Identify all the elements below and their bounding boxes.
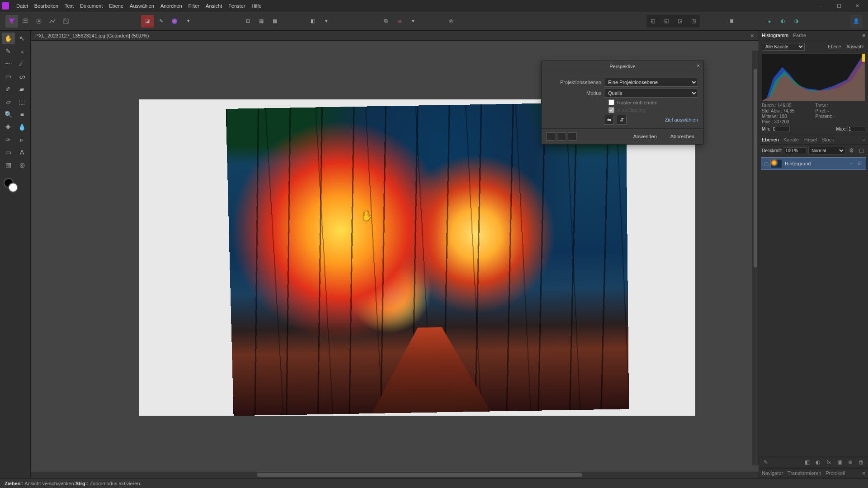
crop-tool-icon[interactable]: ⟁	[16, 45, 29, 57]
layer-check-icon[interactable]: ☑	[858, 161, 863, 166]
group-icon[interactable]: ▣	[835, 458, 844, 466]
tab-protokoll[interactable]: Protokoll	[826, 470, 845, 476]
beforeafter-2-icon[interactable]	[557, 132, 566, 141]
layer-vis-icon[interactable]: ▢	[764, 161, 769, 167]
nav-menu-icon[interactable]: ≡	[863, 470, 865, 476]
chevron-down2-icon[interactable]: ▾	[407, 15, 420, 28]
selection-brush-tool-icon[interactable]: 〰	[2, 58, 15, 70]
menu-auswaehlen[interactable]: Auswählen	[130, 3, 154, 9]
fx2-icon[interactable]: fx	[825, 458, 833, 466]
ebene-button[interactable]: Ebene	[826, 44, 843, 50]
menu-bearbeiten[interactable]: Bearbeiten	[34, 3, 58, 9]
canvas-hscrollbar[interactable]	[31, 472, 759, 478]
beforeafter-3-icon[interactable]	[568, 132, 577, 141]
move-tool-icon[interactable]: ↖	[16, 33, 29, 44]
pen-tool-icon[interactable]: ✑	[2, 134, 15, 145]
layer-lock-icon[interactable]: ▫	[850, 161, 856, 166]
dialog-titlebar[interactable]: Perspektive ×	[542, 61, 703, 72]
align-3-icon[interactable]: ◲	[674, 15, 686, 28]
target-tool-icon[interactable]: ◎	[16, 159, 29, 171]
auswahl-button[interactable]: Auswahl	[844, 44, 865, 50]
autocolor-icon[interactable]: ✦	[182, 15, 194, 28]
mode-select[interactable]: Quelle	[604, 89, 698, 98]
freehand-tool-icon[interactable]: ᔕ	[16, 70, 29, 82]
select-target-link[interactable]: Ziel auswählen	[665, 117, 698, 122]
chevron-down-icon[interactable]: ▾	[320, 15, 333, 28]
document-tab[interactable]: PXL_20230127_135623241.jpg [Geändert] (5…	[31, 31, 759, 41]
opacity-input[interactable]	[784, 147, 807, 154]
eraser-tool-icon[interactable]: ▱	[2, 96, 15, 108]
canvas-viewport[interactable]: ✋ Perspektive × Projektionsebenen Eine P…	[31, 41, 759, 472]
menu-filter[interactable]: Filter	[189, 3, 199, 9]
menu-ebene[interactable]: Ebene	[109, 3, 123, 9]
fill-tool-icon[interactable]: ▰	[16, 83, 29, 95]
menu-text[interactable]: Text	[65, 3, 74, 9]
align-1-icon[interactable]: ◰	[646, 15, 659, 28]
tab-transform[interactable]: Transformieren	[788, 470, 821, 476]
tab-navigator[interactable]: Navigator	[762, 470, 783, 476]
grid-mid-icon[interactable]: ▦	[255, 15, 268, 28]
menu-hilfe[interactable]: Hilfe	[251, 3, 261, 9]
persona-develop-icon[interactable]	[33, 15, 45, 28]
brush-tool-icon[interactable]: ✐	[2, 83, 15, 95]
photo-icon[interactable]: ◪	[141, 15, 154, 28]
cloud2-icon[interactable]: ◐	[777, 15, 789, 28]
tab-kanaele[interactable]: Kanäle	[783, 137, 799, 142]
minimize-button[interactable]: ─	[812, 0, 830, 12]
canvas-vscrollbar[interactable]	[752, 51, 759, 465]
adjust-icon[interactable]: ◐	[814, 458, 822, 466]
min-input[interactable]	[772, 126, 790, 132]
flip-v-icon[interactable]: ⇵	[617, 115, 627, 125]
dialog-close-icon[interactable]: ×	[697, 63, 700, 68]
layer-fx-icon[interactable]: ▢	[857, 146, 865, 155]
front-color-swatch[interactable]	[8, 183, 18, 192]
align-2-icon[interactable]: ◱	[660, 15, 673, 28]
projection-select[interactable]: Eine Projektionsebene	[604, 78, 698, 87]
tab-histogramm[interactable]: Histogramm	[762, 33, 788, 38]
addlayer-icon[interactable]: ⊕	[846, 458, 854, 466]
menu-fenster[interactable]: Fenster	[228, 3, 245, 9]
grid-checkbox[interactable]	[609, 99, 614, 105]
beforeafter-1-icon[interactable]	[546, 132, 555, 141]
tab-farbe[interactable]: Farbe	[793, 33, 806, 38]
trash-icon[interactable]: 🗑	[857, 458, 865, 466]
hand-tool-icon[interactable]: ✋	[2, 33, 15, 44]
colorpicker-tool-icon[interactable]: ✎	[2, 45, 15, 57]
color-wheel-icon[interactable]	[168, 15, 181, 28]
menu-anordnen[interactable]: Anordnen	[160, 3, 182, 9]
assist-icon[interactable]: ≣	[725, 15, 738, 28]
zoom-tool-icon[interactable]: 🔍	[2, 108, 15, 120]
heal-tool-icon[interactable]: ✚	[2, 121, 15, 133]
menu-datei[interactable]: Datei	[16, 3, 28, 9]
cancel-button[interactable]: Abbrechen	[666, 132, 699, 141]
layer-edit-icon[interactable]: ✎	[762, 458, 770, 466]
maximize-button[interactable]: ☐	[830, 0, 848, 12]
color-swatches[interactable]	[2, 176, 28, 194]
persona-liquify-icon[interactable]	[19, 15, 32, 28]
panel-menu-icon[interactable]: ≡	[863, 33, 865, 38]
cloud1-icon[interactable]: ●	[763, 15, 776, 28]
crop-icon[interactable]: ⧉	[380, 15, 392, 28]
text-tool-icon[interactable]: A	[16, 146, 29, 158]
tab-ebenen[interactable]: Ebenen	[762, 137, 779, 142]
tab-stock[interactable]: Stock	[821, 137, 834, 142]
account-icon[interactable]: 👤	[850, 15, 863, 28]
apply-button[interactable]: Anwenden	[629, 132, 661, 141]
rect-marquee-tool-icon[interactable]: ▭	[2, 70, 15, 82]
quicklook-icon[interactable]: ◧	[307, 15, 319, 28]
stack-tool-icon[interactable]: ≡	[16, 108, 29, 120]
persona-export-icon[interactable]	[60, 15, 72, 28]
max-input[interactable]	[847, 126, 865, 132]
layers-menu-icon[interactable]: ≡	[863, 137, 865, 142]
camera-icon[interactable]: ◎	[445, 15, 458, 28]
close-button[interactable]: ✕	[848, 0, 866, 12]
node-tool-icon[interactable]: ▹	[16, 134, 29, 145]
grid-dot-icon[interactable]: ⊞	[241, 15, 254, 28]
stack-icon[interactable]: ⧈	[393, 15, 406, 28]
layer-cog-icon[interactable]: ⚙	[847, 146, 855, 155]
grid-dense-icon[interactable]: ▩	[269, 15, 281, 28]
mask-icon[interactable]: ◧	[803, 458, 811, 466]
wand-icon[interactable]: ✎	[155, 15, 167, 28]
close-tab-icon[interactable]: ×	[750, 32, 754, 39]
tab-pinsel[interactable]: Pinsel	[803, 137, 817, 142]
